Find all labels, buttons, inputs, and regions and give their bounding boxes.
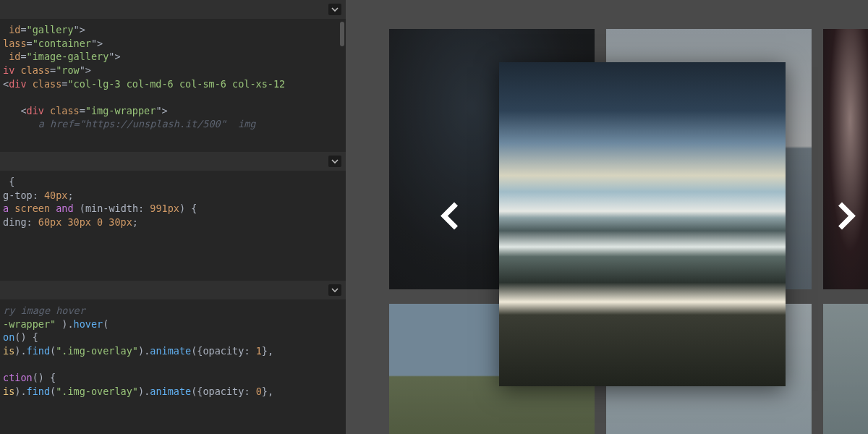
css-code[interactable]: {g-top: 40px;a screen and (min-width: 99… bbox=[0, 171, 346, 260]
collapse-css-button[interactable] bbox=[328, 156, 341, 167]
lightbox-next-button[interactable] bbox=[830, 200, 862, 234]
js-panel: ry image hover-wrapper" ).hover(on() {is… bbox=[0, 281, 346, 434]
css-panel: {g-top: 40px;a screen and (min-width: 99… bbox=[0, 152, 346, 281]
chevron-down-icon bbox=[331, 6, 339, 13]
preview-pane bbox=[346, 0, 868, 434]
js-code[interactable]: ry image hover-wrapper" ).hover(on() {is… bbox=[0, 299, 346, 402]
collapse-js-button[interactable] bbox=[328, 284, 341, 296]
collapse-html-button[interactable] bbox=[328, 4, 341, 15]
lightbox-prev-button[interactable] bbox=[434, 200, 466, 234]
panel-header-js bbox=[0, 281, 346, 299]
chevron-right-icon bbox=[830, 200, 862, 232]
panel-header-html bbox=[0, 0, 346, 19]
chevron-left-icon bbox=[434, 200, 466, 232]
html-code[interactable]: id="gallery">lass="container"> id="image… bbox=[0, 19, 346, 135]
chevron-down-icon bbox=[331, 158, 339, 165]
panel-header-css bbox=[0, 152, 346, 171]
scrollbar-html[interactable] bbox=[340, 22, 344, 46]
chevron-down-icon bbox=[331, 286, 339, 294]
html-panel: id="gallery">lass="container"> id="image… bbox=[0, 0, 346, 152]
lightbox-image bbox=[499, 62, 786, 386]
editor-column: id="gallery">lass="container"> id="image… bbox=[0, 0, 346, 434]
